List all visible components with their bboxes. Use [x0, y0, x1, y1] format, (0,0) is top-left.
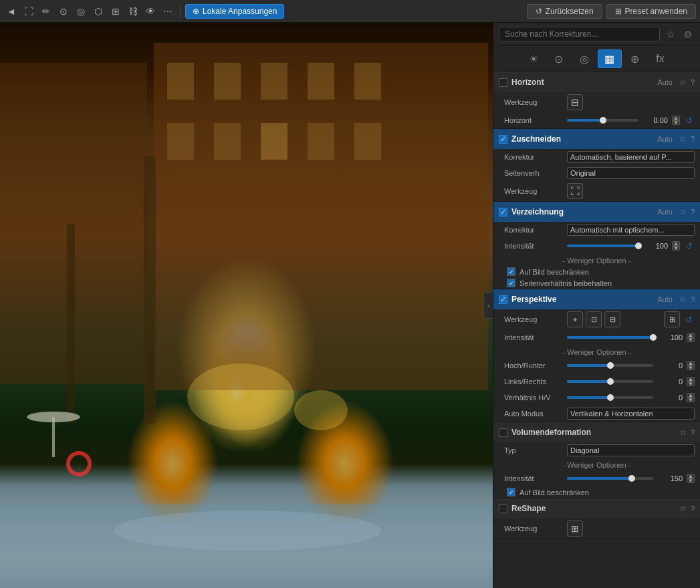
- verzeichnung-help[interactable]: ?: [691, 208, 695, 216]
- category-sun[interactable]: ☀: [521, 49, 546, 68]
- panel-collapse-arrow[interactable]: ›: [483, 292, 493, 319]
- category-geometry[interactable]: ▦: [598, 49, 622, 68]
- zuschneiden-checkbox[interactable]: ✓: [499, 135, 507, 144]
- reshape-help[interactable]: ?: [691, 504, 695, 512]
- perspektive-hochrunter-dec[interactable]: ▼: [687, 365, 695, 370]
- horizont-help[interactable]: ?: [691, 78, 695, 86]
- svg-rect-4: [214, 63, 241, 100]
- perspektive-verhaeltnis-slider[interactable]: [567, 396, 653, 399]
- local-adjustments-icon: ⊕: [193, 7, 199, 16]
- toolbar-icon-eye[interactable]: 👁: [143, 4, 158, 19]
- category-detail[interactable]: ◎: [572, 49, 596, 68]
- zuschneiden-werkzeug-icon[interactable]: ⛶: [567, 183, 583, 199]
- horizont-slider-thumb[interactable]: [600, 117, 606, 124]
- perspektive-hochrunter-thumb[interactable]: [607, 362, 614, 369]
- perspektive-verhaeltnis-stepper[interactable]: ▲ ▼: [687, 393, 695, 402]
- horizont-checkbox[interactable]: [499, 78, 507, 87]
- reshape-werkzeug-icon[interactable]: ⊞: [567, 521, 583, 537]
- horizont-decrement[interactable]: ▼: [672, 120, 680, 125]
- toolbar-icon-arrow[interactable]: ◄: [4, 4, 19, 19]
- perspektive-verhaeltnis-dec[interactable]: ▼: [687, 398, 695, 402]
- horizont-title: Horizont: [511, 78, 653, 87]
- perspektive-icon2[interactable]: ⊡: [586, 311, 602, 327]
- volumendeformation-decrement[interactable]: ▼: [687, 478, 695, 483]
- reshape-star[interactable]: ☆: [679, 504, 687, 513]
- volumendeformation-checkbox[interactable]: [499, 428, 507, 437]
- reshape-section-header[interactable]: ReShape ☆ ?: [493, 498, 700, 519]
- toolbar-icon-more[interactable]: ⋯: [160, 4, 175, 19]
- zuschneiden-seitenverh-select[interactable]: Original: [567, 167, 695, 179]
- horizont-section-header[interactable]: Horizont Auto ☆ ?: [493, 72, 700, 92]
- reset-button[interactable]: ↺ Zurücksetzen: [527, 4, 602, 19]
- volumendeformation-help[interactable]: ?: [691, 428, 695, 436]
- perspektive-stepper[interactable]: ▲ ▼: [687, 333, 695, 342]
- volumendeformation-slider-thumb[interactable]: [628, 475, 635, 482]
- toolbar-icon-grid[interactable]: ⊞: [108, 4, 123, 19]
- zuschneiden-korrektur-select[interactable]: Automatisch, basierend auf P...: [567, 151, 695, 163]
- search-star-button[interactable]: ☆: [664, 27, 677, 41]
- category-person[interactable]: ⊙: [547, 49, 571, 68]
- perspektive-decrement[interactable]: ▼: [687, 337, 695, 342]
- toolbar-icon-link[interactable]: ⛓: [126, 4, 140, 19]
- volumendeformation-less-options[interactable]: - Weniger Optionen -: [493, 458, 700, 470]
- perspektive-icon1[interactable]: ⌖: [567, 311, 583, 327]
- perspektive-slider[interactable]: [567, 336, 653, 339]
- toolbar-icon-polygon[interactable]: ⬡: [91, 4, 106, 19]
- perspektive-hochrunter-stepper[interactable]: ▲ ▼: [687, 361, 695, 370]
- perspektive-icon3[interactable]: ⊟: [604, 311, 620, 327]
- horizont-reset-icon[interactable]: ↺: [683, 114, 695, 126]
- toolbar-icon-radial[interactable]: ◎: [74, 4, 88, 19]
- toolbar-icon-lasso[interactable]: ⊙: [56, 4, 71, 19]
- category-options[interactable]: ⊕: [623, 49, 647, 68]
- perspektive-star[interactable]: ☆: [679, 295, 687, 304]
- verzeichnung-cb2[interactable]: ✓: [507, 279, 515, 287]
- volumendeformation-stepper[interactable]: ▲ ▼: [687, 474, 695, 483]
- perspektive-less-options[interactable]: - Weniger Optionen -: [493, 345, 700, 357]
- zuschneiden-section-header[interactable]: ✓ Zuschneiden Auto ☆ ?: [493, 129, 700, 149]
- verzeichnung-slider-thumb[interactable]: [635, 243, 642, 249]
- verzeichnung-korrektur-select[interactable]: Automatisch mit optischem...: [567, 224, 695, 236]
- volumendeformation-slider[interactable]: [567, 477, 653, 480]
- toolbar-icon-crop[interactable]: ⛶: [21, 4, 36, 19]
- horizont-star[interactable]: ☆: [679, 78, 687, 87]
- verzeichnung-stepper[interactable]: ▲ ▼: [672, 241, 680, 251]
- perspektive-linksrechts-stepper[interactable]: ▲ ▼: [687, 377, 695, 386]
- search-toggle-button[interactable]: ⊙: [681, 27, 695, 41]
- verzeichnung-slider[interactable]: [567, 245, 638, 247]
- verzeichnung-reset-icon[interactable]: ↺: [683, 240, 695, 252]
- perspektive-icon4[interactable]: ⊞: [664, 311, 680, 327]
- volumendeformation-cb1[interactable]: ✓: [507, 488, 515, 496]
- verzeichnung-less-options[interactable]: - Weniger Optionen -: [493, 254, 700, 266]
- horizont-slider[interactable]: [567, 119, 638, 122]
- verzeichnung-decrement[interactable]: ▼: [672, 246, 680, 251]
- perspektive-slider-thumb[interactable]: [650, 334, 657, 341]
- horizont-werkzeug-icon[interactable]: ⊟: [567, 94, 583, 110]
- volumendeformation-typ-select[interactable]: Diagonal: [567, 444, 695, 456]
- perspektive-checkbox[interactable]: ✓: [499, 295, 507, 304]
- perspektive-automodus-select[interactable]: Vertikalen & Horizontalen: [567, 408, 695, 420]
- verzeichnung-intensitaet-label: Intensität: [504, 242, 564, 250]
- zuschneiden-help[interactable]: ?: [691, 135, 695, 143]
- category-fx[interactable]: fx: [649, 49, 673, 68]
- horizont-stepper[interactable]: ▲ ▼: [672, 116, 680, 125]
- search-input[interactable]: [499, 27, 660, 41]
- perspektive-help[interactable]: ?: [691, 295, 695, 303]
- volumendeformation-section-header[interactable]: Volumendeformation ☆ ?: [493, 422, 700, 442]
- perspektive-linksrechts-slider[interactable]: [567, 380, 653, 383]
- perspektive-verhaeltnis-thumb[interactable]: [607, 394, 614, 401]
- zuschneiden-star[interactable]: ☆: [679, 134, 687, 144]
- perspektive-section-header[interactable]: ✓ Perspektive Auto ☆ ?: [493, 289, 700, 309]
- verzeichnung-cb1[interactable]: ✓: [507, 267, 515, 276]
- verzeichnung-star[interactable]: ☆: [679, 207, 687, 216]
- perspektive-hochrunter-slider[interactable]: [567, 364, 653, 367]
- perspektive-linksrechts-thumb[interactable]: [607, 378, 614, 385]
- reshape-checkbox[interactable]: [499, 504, 507, 513]
- volumendeformation-star[interactable]: ☆: [679, 428, 687, 437]
- verzeichnung-section-header[interactable]: ✓ Verzeichnung Auto ☆ ?: [493, 202, 700, 222]
- perspektive-reset-icon[interactable]: ↺: [683, 313, 695, 325]
- local-adjustments-button[interactable]: ⊕ Lokale Anpassungen: [185, 4, 284, 19]
- verzeichnung-checkbox[interactable]: ✓: [499, 208, 507, 216]
- perspektive-linksrechts-dec[interactable]: ▼: [687, 382, 695, 386]
- toolbar-icon-brush[interactable]: ✏: [39, 4, 53, 19]
- preset-button[interactable]: ⊞ Preset anwenden: [606, 4, 696, 19]
